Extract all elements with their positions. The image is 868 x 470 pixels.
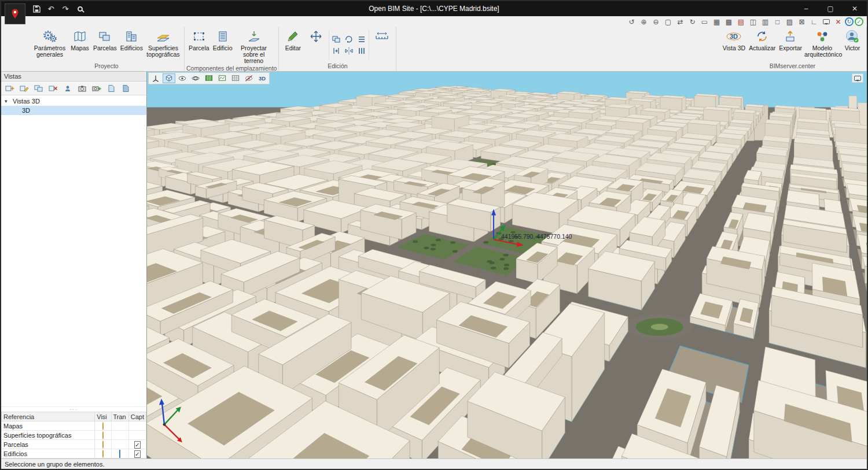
status-bar: Seleccione un grupo de elementos. [1,458,867,469]
table-row[interactable]: Mapas [2,421,146,431]
ribbon-group-componentes: Parcela Edificio Proyectar sobre el terr… [185,27,279,71]
visibility-eye-icon[interactable] [176,73,189,83]
maximize-button[interactable]: ▢ [818,1,843,16]
brick-icon[interactable]: ▤ [735,17,746,27]
pattern-icon[interactable]: ▨ [784,17,795,27]
viewport-3d[interactable]: 441955.790, 4475770.140 [147,72,867,458]
column-array-icon[interactable] [356,46,367,56]
exportar-button[interactable]: Exportar [777,28,804,62]
scene-3d[interactable]: 441955.790, 4475770.140 [147,72,867,458]
minimize-button[interactable]: – [794,1,818,16]
redo-button[interactable]: ↷ [60,3,71,14]
hide-elements-icon[interactable] [242,73,255,83]
proyectar-terreno-button[interactable]: Proyectar sobre el terreno [234,28,274,64]
export-icon [783,29,798,44]
edificios-button[interactable]: Edificios [119,28,145,62]
orientation-axes-icon[interactable] [149,73,162,83]
measure-button[interactable] [370,28,393,62]
superficies-topograficas-button[interactable]: Superficies topográficas [145,28,182,62]
grid-layer-icon[interactable] [229,73,242,83]
grid-icon[interactable]: ▦ [711,17,722,27]
previous-view-icon[interactable] [104,83,117,94]
search-icon [78,6,83,12]
delete-view-icon[interactable] [46,83,60,94]
table-row[interactable]: Edificios ✓ [2,449,146,458]
visibility-bulb-icon[interactable] [102,431,104,439]
parcel-outline-icon [192,29,207,44]
tree-node-label: Vistas 3D [13,98,40,105]
terrain-layer-icon[interactable] [216,73,229,83]
next-view-icon[interactable] [119,83,132,94]
orbit-icon[interactable] [189,73,202,83]
separator [369,30,369,60]
zoom-window-icon[interactable]: ▢ [663,17,674,27]
comment-icon[interactable] [821,17,832,27]
duplicate-view-icon[interactable] [32,83,45,94]
mapas-button[interactable]: Mapas [68,28,91,62]
panel-splitter[interactable]: ··· [1,406,146,412]
speech-bubble-icon [823,19,830,24]
offset-icon[interactable] [330,46,342,56]
zoom-previous-icon[interactable]: ↺ [626,17,637,27]
angle-icon[interactable]: ∟ [808,17,819,27]
capture-checkbox[interactable]: ✓ [134,441,140,449]
user-account-button[interactable]: Victor [841,28,864,62]
save-button[interactable] [31,3,42,14]
fit-window-icon[interactable]: ▭ [699,17,710,27]
rotate-icon[interactable] [343,34,355,45]
editar-button[interactable]: Editar [281,28,304,62]
zoom-in-icon[interactable]: ⊕ [638,17,649,27]
row-array-icon[interactable] [356,34,367,45]
model-box-icon[interactable] [163,73,175,83]
visibility-bulb-icon[interactable] [102,422,104,430]
camera-position-icon[interactable] [61,83,74,94]
col-visi: Visi [95,412,111,421]
copy-icon[interactable] [330,34,342,45]
pan-icon[interactable]: ⇄ [675,17,686,27]
transparency-cube-icon[interactable] [119,450,120,458]
undo-button[interactable]: ↶ [46,3,56,14]
mirror-icon[interactable] [343,46,355,56]
measure-icon [374,29,389,44]
viewport-toolbar: 3D [148,72,270,84]
close-button[interactable]: ✕ [843,1,867,16]
visibility-bulb-icon[interactable] [102,441,104,449]
bimserver-sync-icon[interactable]: ↻ [845,17,854,26]
3d-mode-icon[interactable]: 3D [256,73,269,83]
background-icon[interactable]: □ [772,17,783,27]
vista-3d-button[interactable]: 3D Vista 3D [721,28,748,62]
modelo-arquitectonico-button[interactable]: Modelo arquitectónico [804,28,841,62]
snapshot-icon[interactable] [75,83,89,94]
parcelas-button[interactable]: Parcelas [91,28,119,62]
move-tool-button[interactable] [304,28,328,62]
close-tools-icon[interactable]: ✕ [833,17,844,27]
hatch-icon[interactable]: ▩ [723,17,734,27]
capture-checkbox[interactable]: ✓ [134,450,140,458]
split-view-icon[interactable]: ◫ [748,17,759,27]
search-button[interactable] [75,3,85,14]
parcela-button[interactable]: Parcela [187,28,211,64]
parcels-icon [97,29,112,44]
tree-node-3d-selected[interactable]: 3D [1,106,146,115]
table-row[interactable]: Superficies topográficas [2,431,146,440]
comments-icon[interactable] [852,73,863,83]
actualizar-button[interactable]: Actualizar [747,28,777,62]
zoom-out-icon[interactable]: ⊖ [650,17,661,27]
visibility-bulb-icon[interactable] [102,450,104,458]
window-title: Open BIM Site - [C:\...\CYPE Madrid.bsit… [1,5,867,13]
new-view-icon[interactable] [3,83,16,94]
parametros-generales-button[interactable]: Parámetros generales [31,28,68,62]
edit-view-icon[interactable] [17,83,31,94]
app-icon[interactable] [5,3,25,24]
table-row[interactable]: Parcelas ✓ [2,440,146,449]
snapshot-settings-icon[interactable] [90,83,103,94]
delete-zone-icon[interactable]: ⊠ [796,17,807,27]
redraw-icon[interactable]: ↻ [687,17,698,27]
edificio-button[interactable]: Edificio [211,28,234,64]
map-layer-icon[interactable] [203,73,215,83]
tree-node-vistas-3d[interactable]: ▾ Vistas 3D [1,97,146,106]
view-tools-strip: ↺ ⊕ ⊖ ▢ ⇄ ↻ ▭ ▦ ▩ ▤ ◫ ▥ □ ▨ ⊠ ∟ ✕ ↻ ✓ [626,17,863,27]
bimserver-user-icon[interactable]: ✓ [855,17,863,26]
chevron-down-icon[interactable]: ▾ [5,98,10,104]
texture-icon[interactable]: ▥ [760,17,771,27]
